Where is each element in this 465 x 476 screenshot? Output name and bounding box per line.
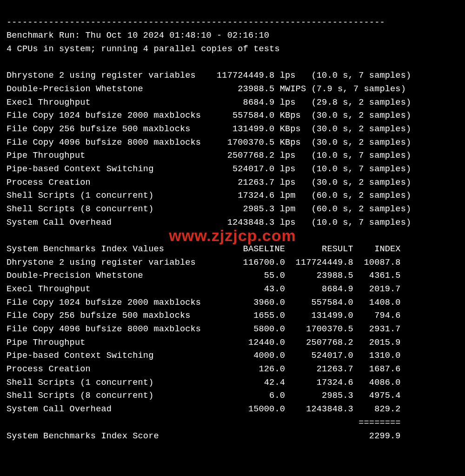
separator-line: ----------------------------------------… xyxy=(7,18,385,27)
score-rule: ======== xyxy=(7,418,401,428)
cpu-info-line: 4 CPUs in system; running 4 parallel cop… xyxy=(7,44,280,54)
benchmark-run-line: Benchmark Run: Thu Oct 10 2024 01:48:10 … xyxy=(7,31,269,40)
terminal-output: ----------------------------------------… xyxy=(0,0,465,476)
index-header-line: System Benchmarks Index Values BASELINE … xyxy=(7,244,401,254)
tests-block: Dhrystone 2 using register variables 117… xyxy=(7,71,411,227)
index-block: Dhrystone 2 using register variables 116… xyxy=(7,258,401,414)
score-line: System Benchmarks Index Score 2299.9 xyxy=(7,431,401,441)
